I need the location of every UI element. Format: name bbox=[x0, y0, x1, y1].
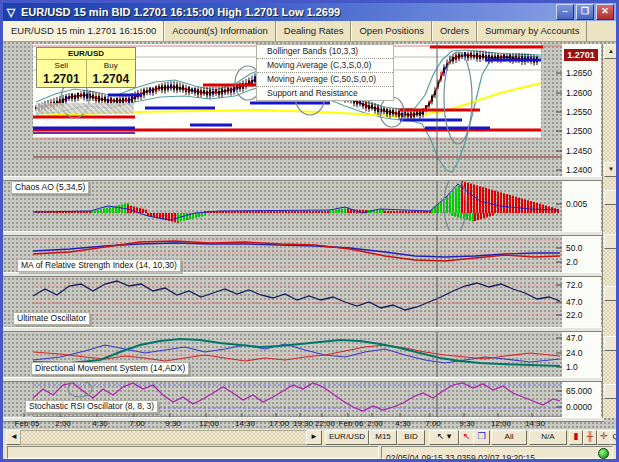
title-bar: ▽ EUR/USD 15 min BID 1.2701 16:15:00 Hig… bbox=[3, 3, 616, 21]
price-tick: 1.2450 bbox=[566, 146, 592, 156]
chart-area: EUR/USD Sell Buy 1.2701 1.2704 Bollinger… bbox=[3, 41, 616, 429]
pane-axis-value: 47.0 bbox=[566, 333, 583, 343]
pane-axis-value: 72.0 bbox=[566, 280, 583, 290]
application-window: ▽ EUR/USD 15 min BID 1.2701 16:15:00 Hig… bbox=[0, 0, 619, 462]
time-axis-label: 4:30 bbox=[83, 419, 117, 428]
hscroll-right-arrow[interactable]: ► bbox=[306, 430, 322, 445]
pane-scroll-box[interactable] bbox=[604, 384, 618, 399]
sell-price-button[interactable]: 1.2701 bbox=[37, 71, 87, 87]
vertical-scrollbar[interactable]: ▲ ▼ bbox=[602, 44, 617, 418]
time-axis-label: 12:00 bbox=[192, 419, 226, 428]
time-axis-label: 9:30 bbox=[450, 419, 484, 428]
quote-panel-shadow bbox=[36, 103, 134, 114]
legend-ma-fast[interactable]: Moving Average (C,3,S,0,0) bbox=[257, 59, 393, 73]
pane-separator[interactable] bbox=[3, 272, 604, 277]
pane-separator[interactable] bbox=[3, 231, 604, 236]
pane-axis-value: 50.0 bbox=[566, 243, 583, 253]
status-panel-right: 02/05/04 09:15 33.0359 02/07 19:20:15 bbox=[381, 446, 613, 459]
pane-scroll-box[interactable] bbox=[604, 234, 618, 249]
legend-support-resistance[interactable]: Support and Resistance bbox=[257, 87, 393, 100]
pane-axis-value: 65.000 bbox=[566, 386, 592, 396]
quote-button[interactable]: Q bbox=[610, 430, 619, 445]
price-tick: 1.2550 bbox=[566, 107, 592, 117]
pane-scroll-box[interactable] bbox=[604, 336, 618, 351]
status-bar: 02/05/04 09:15 33.0359 02/07 19:20:15 bbox=[3, 445, 616, 459]
hscroll-track[interactable] bbox=[20, 430, 308, 445]
tab-summary-by-accounts[interactable]: Summary by Accounts bbox=[477, 21, 588, 41]
tab-open-positions[interactable]: Open Positions bbox=[351, 21, 431, 41]
app-icon: ▽ bbox=[3, 6, 19, 19]
price-tick: 1.2600 bbox=[566, 88, 592, 98]
draw-tool-icon[interactable]: ↖ bbox=[459, 430, 474, 445]
pane-axis-value: 24.0 bbox=[566, 348, 583, 358]
legend-bollinger[interactable]: Bollinger Bands (10,3,3) bbox=[257, 45, 393, 59]
pane-label-dms[interactable]: Directional Movement System (14,ADX) bbox=[31, 362, 189, 375]
pane-separator[interactable] bbox=[3, 377, 604, 382]
pane-axis-value: 1.0 bbox=[566, 362, 578, 372]
all-button[interactable]: All bbox=[491, 430, 527, 445]
candle-style-icon[interactable]: ▮ bbox=[569, 430, 583, 445]
time-axis-label: 9:30 bbox=[156, 419, 190, 428]
pane-label-chaos-ao[interactable]: Chaos AO (5,34,5) bbox=[11, 181, 89, 194]
time-axis-label: 7:00 bbox=[416, 419, 450, 428]
price-tick: 1.2500 bbox=[566, 126, 592, 136]
time-axis-label: 4:30 bbox=[386, 419, 420, 428]
pane-axis-value: 22.0 bbox=[566, 310, 583, 320]
tab-dealing-rates[interactable]: Dealing Rates bbox=[276, 21, 352, 41]
quote-panel: EUR/USD Sell Buy 1.2701 1.2704 bbox=[36, 47, 136, 88]
time-axis-label: 14:30 bbox=[518, 419, 552, 428]
time-axis-label: Feb 05 bbox=[10, 419, 44, 428]
pane-separator[interactable] bbox=[3, 176, 604, 181]
legend-ma-slow[interactable]: Moving Average (C,50,S,0,0) bbox=[257, 73, 393, 87]
period-button[interactable]: M15 bbox=[369, 430, 397, 445]
window-title: EUR/USD 15 min BID 1.2701 16:15:00 High … bbox=[19, 6, 556, 18]
tab-bar: EUR/USD 15 min 1.2701 16:15:00 Account(s… bbox=[3, 21, 616, 42]
bottom-toolbar: ◄ ► EUR/USD M15 BID ↖ ▾ ↖ ❒ All N/A ▮ ╫ … bbox=[3, 429, 616, 445]
pane-axis-value: 0.005 bbox=[566, 199, 587, 209]
pane-label-ma-rsi[interactable]: MA of Relative Strength Index (14, 10,30… bbox=[17, 259, 181, 272]
scroll-down-arrow[interactable]: ▼ bbox=[604, 162, 618, 177]
pane-scroll-box[interactable] bbox=[604, 190, 618, 205]
scroll-up-arrow[interactable]: ▲ bbox=[604, 44, 618, 59]
layout-tool-icon[interactable]: ❒ bbox=[473, 430, 490, 445]
tab-chart[interactable]: EUR/USD 15 min 1.2701 16:15:00 bbox=[3, 21, 164, 41]
time-axis-label: 14:30 bbox=[228, 419, 262, 428]
connection-globe-icon bbox=[598, 448, 609, 459]
pane-separator[interactable] bbox=[3, 327, 604, 332]
minimize-button[interactable]: – bbox=[556, 4, 574, 20]
restore-button[interactable]: ❐ bbox=[576, 4, 594, 20]
pane-scroll-box[interactable] bbox=[604, 286, 618, 301]
close-button[interactable]: ✕ bbox=[596, 4, 614, 20]
pane-label-ultimate-oscillator[interactable]: Ultimate Oscillator bbox=[13, 312, 90, 325]
window-controls: – ❐ ✕ bbox=[556, 4, 616, 20]
sell-label: Sell bbox=[37, 60, 87, 71]
pane-axis-value: 0.0000 bbox=[566, 402, 592, 412]
time-axis-label: 12:00 bbox=[484, 419, 518, 428]
pane-axis-value: 47.0 bbox=[566, 297, 583, 307]
time-axis-label: 7:00 bbox=[120, 419, 154, 428]
bar-style-icon[interactable]: ╫ bbox=[583, 430, 597, 445]
tab-orders[interactable]: Orders bbox=[432, 21, 477, 41]
na-button[interactable]: N/A bbox=[529, 430, 567, 445]
status-text: 02/05/04 09:15 33.0359 02/07 19:20:15 bbox=[382, 453, 539, 462]
tab-account-information[interactable]: Account(s) Information bbox=[164, 21, 276, 41]
time-axis-label: 2:00 bbox=[46, 419, 80, 428]
price-type-button[interactable]: BID bbox=[397, 430, 425, 445]
crosshair-style-icon[interactable]: ✛ bbox=[597, 430, 611, 445]
price-tick: 1.2650 bbox=[566, 68, 592, 78]
buy-price-button[interactable]: 1.2704 bbox=[87, 71, 136, 87]
price-tick: 1.2400 bbox=[566, 165, 592, 175]
buy-label: Buy bbox=[87, 60, 136, 71]
instrument-button[interactable]: EUR/USD bbox=[325, 430, 369, 445]
pane-axis-value: 2.0 bbox=[566, 257, 578, 267]
pointer-tool-button[interactable]: ↖ ▾ bbox=[429, 430, 459, 445]
pane-label-stoch-rsi[interactable]: Stochastic RSI Oscillator (8, 8, 3) bbox=[25, 400, 158, 413]
indicator-legend: Bollinger Bands (10,3,3) Moving Average … bbox=[256, 44, 394, 101]
quote-pair-label: EUR/USD bbox=[37, 48, 135, 60]
current-price-label: 1.2701 bbox=[564, 49, 598, 61]
status-panel-left bbox=[7, 446, 379, 459]
